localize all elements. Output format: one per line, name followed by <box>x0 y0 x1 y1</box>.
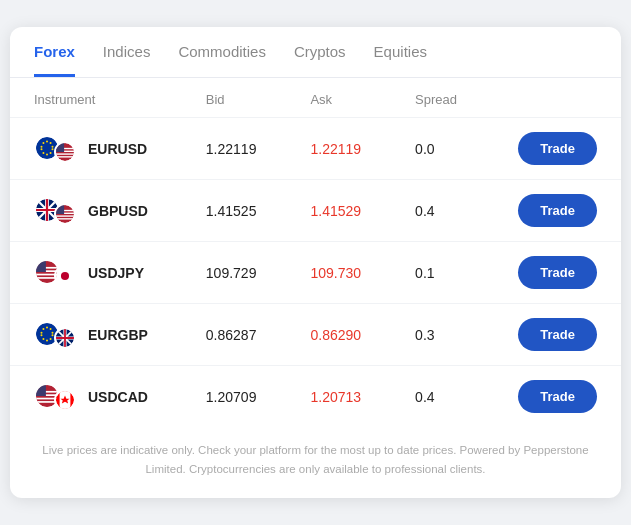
instrument-name: USDJPY <box>88 265 144 281</box>
svg-point-48 <box>42 338 44 340</box>
dual-flag <box>34 135 76 163</box>
trade-button[interactable]: Trade <box>518 318 597 351</box>
trade-cell: Trade <box>487 118 621 180</box>
svg-point-42 <box>46 326 48 328</box>
svg-rect-37 <box>36 261 46 272</box>
dual-flag <box>34 197 76 225</box>
dual-flag <box>34 259 76 287</box>
spread-value: 0.1 <box>391 242 486 304</box>
svg-point-44 <box>52 331 54 333</box>
svg-point-46 <box>50 338 52 340</box>
bid-value: 109.729 <box>182 242 287 304</box>
bid-value: 0.86287 <box>182 304 287 366</box>
instrument-name: GBPUSD <box>88 203 148 219</box>
dual-flag <box>34 321 76 349</box>
col-header-action <box>487 78 621 118</box>
svg-point-40 <box>61 272 69 280</box>
col-header-Spread: Spread <box>391 78 486 118</box>
trade-button[interactable]: Trade <box>518 380 597 413</box>
table-row: EURUSD1.221191.221190.0Trade <box>10 118 621 180</box>
spread-value: 0.4 <box>391 366 486 428</box>
svg-point-49 <box>41 334 43 336</box>
instrument-name: EURUSD <box>88 141 147 157</box>
tab-forex[interactable]: Forex <box>34 43 75 77</box>
trading-widget: ForexIndicesCommoditiesCryptosEquities I… <box>10 27 621 498</box>
trade-cell: Trade <box>487 180 621 242</box>
svg-rect-28 <box>56 215 74 216</box>
svg-rect-15 <box>56 156 74 157</box>
instrument-cell: USDJPY <box>10 242 182 304</box>
ask-value: 1.20713 <box>286 366 391 428</box>
svg-rect-16 <box>56 143 64 152</box>
svg-point-3 <box>52 145 54 147</box>
ask-value: 109.730 <box>286 242 391 304</box>
dual-flag <box>34 383 76 411</box>
svg-point-51 <box>42 328 44 330</box>
tabs-bar: ForexIndicesCommoditiesCryptosEquities <box>10 27 621 78</box>
trade-cell: Trade <box>487 242 621 304</box>
spread-value: 0.0 <box>391 118 486 180</box>
svg-point-10 <box>42 142 44 144</box>
svg-point-6 <box>46 153 48 155</box>
col-header-Instrument: Instrument <box>10 78 182 118</box>
forex-table: InstrumentBidAskSpread EURUSD1.221191.22… <box>10 78 621 427</box>
ask-value: 1.22119 <box>286 118 391 180</box>
svg-point-50 <box>41 331 43 333</box>
trade-button[interactable]: Trade <box>518 194 597 227</box>
trade-cell: Trade <box>487 304 621 366</box>
svg-point-7 <box>42 152 44 154</box>
tab-equities[interactable]: Equities <box>374 43 427 77</box>
table-row: GBPUSD1.415251.415290.4Trade <box>10 180 621 242</box>
instrument-cell: USDCAD <box>10 366 182 428</box>
instrument-name: EURGBP <box>88 327 148 343</box>
spread-value: 0.4 <box>391 180 486 242</box>
svg-point-8 <box>41 148 43 150</box>
bid-value: 1.22119 <box>182 118 287 180</box>
svg-point-2 <box>50 142 52 144</box>
instrument-cell: EURGBP <box>10 304 182 366</box>
tab-indices[interactable]: Indices <box>103 43 151 77</box>
table-row: USDJPY109.729109.7300.1Trade <box>10 242 621 304</box>
trade-button[interactable]: Trade <box>518 256 597 289</box>
col-header-Ask: Ask <box>286 78 391 118</box>
instrument-name: USDCAD <box>88 389 148 405</box>
bid-value: 1.41525 <box>182 180 287 242</box>
ask-value: 1.41529 <box>286 180 391 242</box>
trade-cell: Trade <box>487 366 621 428</box>
svg-point-43 <box>50 328 52 330</box>
trade-button[interactable]: Trade <box>518 132 597 165</box>
svg-point-5 <box>50 152 52 154</box>
footer-disclaimer: Live prices are indicative only. Check y… <box>10 427 621 482</box>
tab-cryptos[interactable]: Cryptos <box>294 43 346 77</box>
table-row: USDCAD1.207091.207130.4Trade <box>10 366 621 428</box>
svg-rect-14 <box>56 153 74 154</box>
svg-rect-29 <box>56 218 74 219</box>
instrument-cell: GBPUSD <box>10 180 182 242</box>
col-header-Bid: Bid <box>182 78 287 118</box>
svg-point-1 <box>46 140 48 142</box>
svg-point-9 <box>41 145 43 147</box>
instrument-cell: EURUSD <box>10 118 182 180</box>
svg-rect-30 <box>56 205 64 214</box>
table-row: EURGBP0.862870.862900.3Trade <box>10 304 621 366</box>
svg-point-47 <box>46 339 48 341</box>
tab-commodities[interactable]: Commodities <box>178 43 266 77</box>
spread-value: 0.3 <box>391 304 486 366</box>
svg-rect-64 <box>36 385 46 396</box>
bid-value: 1.20709 <box>182 366 287 428</box>
ask-value: 0.86290 <box>286 304 391 366</box>
